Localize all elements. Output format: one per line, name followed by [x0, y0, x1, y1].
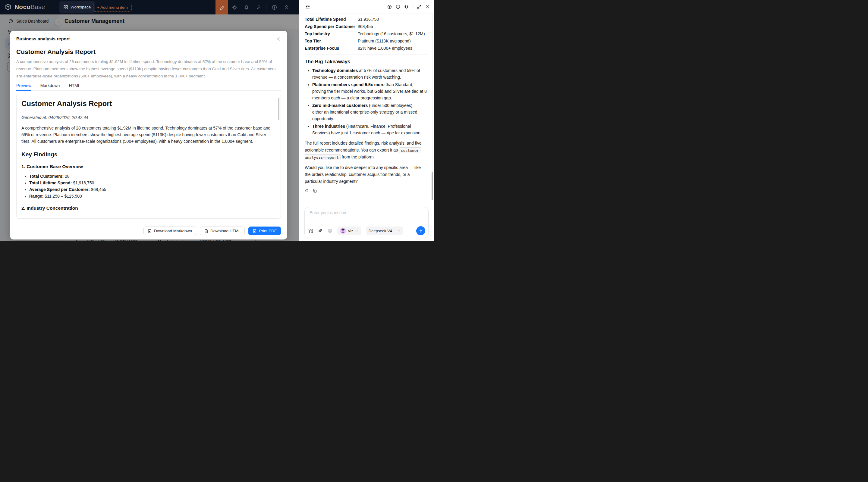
- markdown-file-icon: [148, 229, 152, 233]
- summary-value: Technology (16 customers, $1.12M): [358, 30, 425, 37]
- html-file-icon: [204, 229, 208, 233]
- preview-bullet: Range: $11,250 – $125,500: [29, 193, 275, 199]
- summary-label: Top Tier: [305, 37, 358, 44]
- add-menu-item-button[interactable]: + Add menu item: [93, 3, 132, 12]
- search-icon: [256, 5, 261, 10]
- agent-name: Viz: [348, 229, 353, 233]
- summary-value: 82% have 1,000+ employees: [358, 44, 412, 52]
- preview-key-findings-heading: Key Findings: [22, 151, 275, 158]
- bullet-value: $11,250 – $125,500: [43, 194, 82, 198]
- report-title: Customer Analysis Report: [16, 48, 281, 56]
- summary-label: Enterprise Focus: [305, 44, 358, 52]
- preview-bullet: Average Spend per Customer: $68,455: [29, 186, 275, 193]
- add-menu-item-label: + Add menu item: [97, 5, 128, 10]
- paperclip-icon[interactable]: [318, 228, 323, 233]
- preview-section1-heading: 1. Customer Base Overview: [22, 164, 275, 169]
- summary-value: $68,455: [358, 23, 373, 30]
- help-button[interactable]: [268, 0, 280, 14]
- bug-icon[interactable]: [404, 4, 409, 9]
- modal-footer: Download Markdown Download HTML Print PD…: [144, 227, 281, 235]
- preview-scrollbar[interactable]: [278, 98, 279, 120]
- agent-avatar: [340, 228, 346, 234]
- panel-scrollbar-thumb[interactable]: [432, 172, 433, 200]
- chat-toolbar: Viz Deepseek V4...: [308, 227, 403, 235]
- preview-generated-at: Generated at: 04/28/2026, 20:42:44: [22, 115, 275, 120]
- ai-highlighter-button[interactable]: [216, 0, 228, 14]
- message-actions: [305, 189, 428, 193]
- summary-row: Enterprise Focus82% have 1,000+ employee…: [305, 44, 428, 52]
- panel-toggle-icon[interactable]: [305, 4, 310, 9]
- tab-markdown[interactable]: Markdown: [40, 82, 60, 91]
- panel-scrollbar-track[interactable]: [432, 14, 433, 173]
- preview-bullet: Total Customers: 28: [29, 173, 275, 180]
- notifications-button[interactable]: [240, 0, 252, 14]
- preview-bullet: Total Lifetime Spend: $1,916,750: [29, 180, 275, 186]
- agent-selector-chip[interactable]: Viz: [337, 227, 361, 235]
- tab-html[interactable]: HTML: [69, 82, 80, 91]
- blocks-plus-icon[interactable]: [308, 228, 313, 233]
- gear-icon: [232, 5, 237, 10]
- workspace-grid-icon: [64, 5, 68, 9]
- modal-close-button[interactable]: [274, 35, 282, 43]
- takeaways-list: Technology dominates at 57% of customers…: [305, 67, 428, 136]
- workspace-label: Workspace: [70, 5, 91, 9]
- bullet-label: Range:: [29, 194, 43, 198]
- takeaway-item: Technology dominates at 57% of customers…: [312, 67, 428, 81]
- preview-bullet-list: Total Customers: 28Total Lifetime Spend:…: [22, 173, 275, 199]
- user-button[interactable]: [280, 0, 292, 14]
- preview-report-title: Customer Analysis Report: [22, 99, 275, 108]
- export-paragraph: The full report includes detailed findin…: [305, 140, 428, 161]
- bullet-value: 28: [64, 174, 69, 179]
- info-icon[interactable]: [396, 4, 400, 9]
- summary-value: $1,916,750: [358, 16, 379, 23]
- globe-icon[interactable]: [328, 228, 333, 233]
- new-chat-icon[interactable]: [387, 4, 392, 9]
- summary-row: Top IndustryTechnology (16 customers, $1…: [305, 30, 428, 37]
- help-icon: [272, 5, 277, 10]
- download-markdown-button[interactable]: Download Markdown: [144, 227, 196, 235]
- summary-row: Total Lifetime Spend$1,916,750: [305, 16, 428, 23]
- logo-text-base: Base: [30, 3, 45, 10]
- takeaway-item: Zero mid-market customers (under 500 emp…: [312, 102, 428, 122]
- nocobase-logo-icon: [4, 3, 12, 11]
- report-description: A comprehensive analysis of 28 customers…: [16, 58, 278, 80]
- summary-row: Top TierPlatinum ($113K avg spend): [305, 37, 428, 44]
- business-analysis-modal: Business analysis report Customer Analys…: [10, 31, 287, 239]
- summary-table: Total Lifetime Spend$1,916,750Avg Spend …: [305, 16, 428, 52]
- preview-section2-heading: 2. Industry Concentration: [22, 205, 275, 211]
- ai-chat-panel: Total Lifetime Spend$1,916,750Avg Spend …: [299, 0, 434, 241]
- tab-preview[interactable]: Preview: [16, 82, 31, 91]
- bullet-label: Average Spend per Customer:: [29, 187, 90, 192]
- assistant-message: Total Lifetime Spend$1,916,750Avg Spend …: [305, 16, 428, 193]
- workspace-menu[interactable]: Workspace: [59, 1, 95, 13]
- export-text-after: from the platform.: [341, 155, 375, 159]
- chat-input-box: Viz Deepseek V4...: [304, 207, 429, 238]
- followup-question: Would you like me to dive deeper into an…: [305, 164, 428, 185]
- settings-button[interactable]: [228, 0, 240, 14]
- search-button[interactable]: [252, 0, 264, 14]
- preview-paragraph: A comprehensive analysis of 28 customers…: [22, 125, 273, 144]
- send-button[interactable]: [416, 226, 425, 235]
- bullet-label: Total Lifetime Spend:: [29, 181, 72, 185]
- regenerate-icon[interactable]: [305, 189, 309, 193]
- chat-input[interactable]: [309, 210, 425, 224]
- summary-row: Avg Spend per Customer$68,455: [305, 23, 428, 30]
- takeaway-item: Platinum members spend 5.5x more than St…: [312, 81, 428, 101]
- chevron-down-icon: [355, 229, 358, 232]
- download-html-button[interactable]: Download HTML: [200, 227, 245, 235]
- copy-icon[interactable]: [313, 189, 317, 193]
- expand-icon[interactable]: [417, 4, 421, 9]
- navbar-actions: [216, 0, 292, 14]
- pdf-file-icon: [253, 229, 257, 233]
- close-panel-icon[interactable]: [425, 4, 430, 9]
- nocobase-logo: NocoBase: [4, 3, 45, 11]
- panel-header: [299, 0, 434, 14]
- bullet-value: $1,916,750: [72, 181, 94, 185]
- ai-highlighter-icon: [219, 5, 224, 10]
- app-root: Sales Dashboard Customer Management 6Vie…: [0, 0, 434, 241]
- takeaway-bold: Three industries: [312, 124, 345, 129]
- modal-tabs: PreviewMarkdownHTML: [16, 82, 281, 91]
- print-pdf-button[interactable]: Print PDF: [248, 227, 281, 235]
- model-selector-chip[interactable]: Deepseek V4...: [366, 227, 403, 235]
- summary-label: Top Industry: [305, 30, 358, 37]
